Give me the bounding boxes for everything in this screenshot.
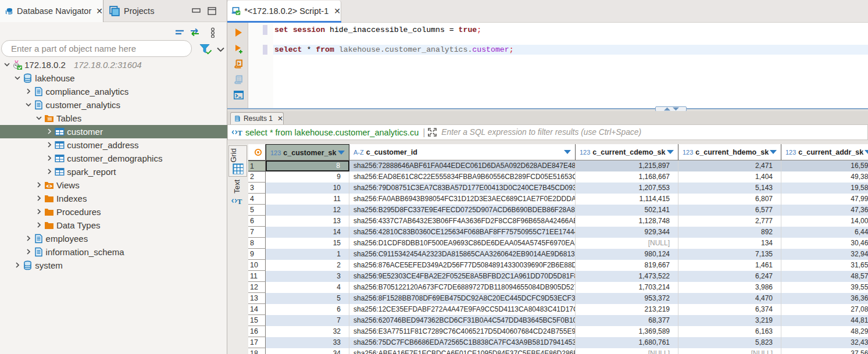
svg-text:T: T xyxy=(237,198,242,206)
svg-text:T: T xyxy=(238,129,243,137)
